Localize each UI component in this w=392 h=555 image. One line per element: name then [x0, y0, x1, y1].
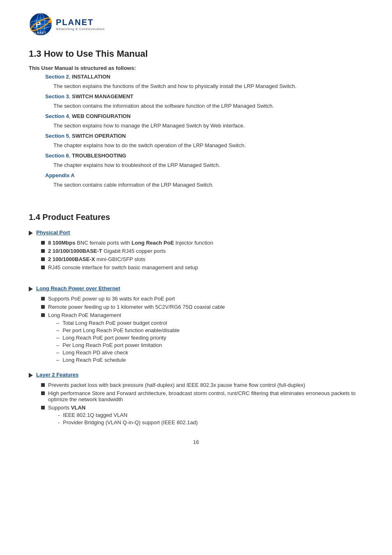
- section-4-link[interactable]: Section 4: [45, 113, 69, 119]
- dash-icon: -: [58, 412, 60, 418]
- vlan-block: Supports VLAN - IEEE 802.1Q tagged VLAN …: [48, 405, 198, 427]
- layer2-title[interactable]: Layer 2 Features: [36, 372, 78, 378]
- section-2-row: Section 2, INSTALLATION: [29, 74, 363, 80]
- vlan-item-2: Provider Bridging (VLAN Q-in-Q) support …: [63, 419, 198, 426]
- poe-mgmt-item-2: Per port Long Reach PoE function enable/…: [62, 327, 180, 333]
- list-item: – Long Reach PoE schedule: [56, 357, 180, 363]
- section-3-label: , SWITCH MANAGEMENT: [69, 93, 134, 99]
- square-bullet-icon: [41, 241, 45, 245]
- list-item: Remote power feeding up to 1 kilometer w…: [41, 304, 363, 310]
- dash-icon: –: [56, 357, 59, 363]
- list-item: - Provider Bridging (VLAN Q-in-Q) suppor…: [58, 419, 198, 426]
- logo-text: PLANET Networking & Communication: [56, 18, 104, 31]
- feature-long-reach-poe: Long Reach Power over Ethernet Supports …: [29, 285, 363, 364]
- section-2-link[interactable]: Section 2: [45, 74, 69, 80]
- section-3-link[interactable]: Section 3: [45, 93, 69, 99]
- physical-port-list: 8 100Mbps BNC female ports with Long Rea…: [29, 240, 363, 271]
- section-1-4: 1.4 Product Features Physical Port 8 100…: [29, 213, 363, 427]
- section-5-desc: The chapter explains how to do the switc…: [29, 142, 363, 148]
- dash-icon: –: [56, 342, 59, 348]
- list-item: Supports PoE power up to 36 watts for ea…: [41, 296, 363, 302]
- feature-layer2: Layer 2 Features Prevents packet loss wi…: [29, 372, 363, 427]
- section-2-label: , INSTALLATION: [69, 74, 111, 80]
- list-item: RJ45 console interface for switch basic …: [41, 264, 363, 271]
- physical-port-title[interactable]: Physical Port: [36, 229, 70, 236]
- feature-long-reach-poe-header: Long Reach Power over Ethernet: [29, 285, 363, 291]
- poe-mgmt-item-6: Long Reach PoE schedule: [62, 357, 126, 363]
- dash-icon: –: [56, 335, 59, 341]
- appendix-a-row: Appendix A: [29, 172, 363, 178]
- poe-management-sub-list: – Total Long Reach PoE power budget cont…: [48, 320, 180, 363]
- planet-logo-icon: P PLANET: [29, 12, 53, 36]
- list-item: – Long Reach PoE port power feeding prio…: [56, 335, 180, 341]
- poe-mgmt-item-4: Per Long Reach PoE port power limitation: [62, 342, 162, 348]
- list-item: Prevents packet loss with back pressure …: [41, 382, 363, 388]
- page-number: 16: [29, 439, 363, 445]
- vlan-item-1: IEEE 802.1Q tagged VLAN: [63, 412, 127, 418]
- layer2-item-2: High performance Store and Forward archi…: [48, 390, 363, 402]
- svg-point-8: [48, 20, 52, 23]
- section-6-row: Section 6, TROUBLESHOOTING: [29, 153, 363, 159]
- long-reach-poe-title[interactable]: Long Reach Power over Ethernet: [36, 285, 120, 291]
- poe-management-block: Long Reach PoE Management – Total Long R…: [48, 312, 180, 364]
- square-bullet-icon: [41, 406, 45, 409]
- section-1-3-intro: This User Manual is structured as follow…: [29, 65, 363, 71]
- section-5-label: , SWITCH OPERATION: [69, 133, 126, 139]
- dash-icon: –: [56, 320, 59, 326]
- physical-port-item-1: 8 100Mbps BNC female ports with Long Rea…: [48, 240, 213, 246]
- physical-port-item-4: RJ45 console interface for switch basic …: [48, 264, 198, 271]
- section-4-row: Section 4, WEB CONFIGURATION: [29, 113, 363, 119]
- layer2-item-1: Prevents packet loss with back pressure …: [48, 382, 305, 388]
- appendix-a-link[interactable]: Appendix A: [45, 172, 75, 178]
- list-item: - IEEE 802.1Q tagged VLAN: [58, 412, 198, 418]
- dash-icon: –: [56, 327, 59, 333]
- section-3-desc: The section contains the information abo…: [29, 103, 363, 109]
- square-bullet-icon: [41, 383, 45, 387]
- poe-item-2: Remote power feeding up to 1 kilometer w…: [48, 304, 225, 310]
- section-6-desc: The chapter explains how to troubleshoot…: [29, 162, 363, 168]
- section-1-3-title: 1.3 How to Use This Manual: [29, 49, 363, 59]
- section-3-row: Section 3, SWITCH MANAGEMENT: [29, 93, 363, 99]
- list-item: High performance Store and Forward archi…: [41, 390, 363, 402]
- logo-container: P PLANET PLANET Networking & Communicati…: [29, 12, 104, 36]
- dash-icon: –: [56, 349, 59, 356]
- square-bullet-icon: [41, 313, 45, 317]
- page: P PLANET PLANET Networking & Communicati…: [0, 0, 392, 555]
- triangle-icon: [29, 373, 33, 378]
- list-item: – Long Reach PD alive check: [56, 349, 180, 356]
- dash-icon: -: [58, 419, 60, 426]
- list-item: Long Reach PoE Management – Total Long R…: [41, 312, 363, 364]
- feature-physical-port-header: Physical Port: [29, 229, 363, 236]
- poe-management-label: Long Reach PoE Management: [48, 312, 121, 318]
- physical-port-item-3: 2 100/1000BASE-X mini-GBIC/SFP slots: [48, 256, 145, 262]
- list-item: – Per Long Reach PoE port power limitati…: [56, 342, 180, 348]
- section-5-link[interactable]: Section 5: [45, 133, 69, 139]
- poe-item-1: Supports PoE power up to 36 watts for ea…: [48, 296, 175, 302]
- feature-physical-port: Physical Port 8 100Mbps BNC female ports…: [29, 229, 363, 271]
- section-6-label: , TROUBLESHOOTING: [69, 153, 126, 159]
- square-bullet-icon: [41, 391, 45, 395]
- poe-mgmt-item-1: Total Long Reach PoE power budget contro…: [62, 320, 167, 326]
- list-item: 8 100Mbps BNC female ports with Long Rea…: [41, 240, 363, 246]
- header: P PLANET PLANET Networking & Communicati…: [29, 12, 363, 36]
- poe-mgmt-item-5: Long Reach PD alive check: [62, 349, 128, 356]
- list-item: – Per port Long Reach PoE function enabl…: [56, 327, 180, 333]
- list-item: 2 10/100/1000BASE-T Gigabit RJ45 copper …: [41, 248, 363, 254]
- list-item: 2 100/1000BASE-X mini-GBIC/SFP slots: [41, 256, 363, 262]
- square-bullet-icon: [41, 266, 45, 269]
- physical-port-item-2: 2 10/100/1000BASE-T Gigabit RJ45 copper …: [48, 248, 166, 254]
- section-1-4-title: 1.4 Product Features: [29, 213, 363, 222]
- section-1-3: 1.3 How to Use This Manual This User Man…: [29, 49, 363, 188]
- feature-layer2-header: Layer 2 Features: [29, 372, 363, 378]
- square-bullet-icon: [41, 249, 45, 253]
- square-bullet-icon: [41, 305, 45, 309]
- section-6-link[interactable]: Section 6: [45, 153, 69, 159]
- section-4-label: , WEB CONFIGURATION: [69, 113, 131, 119]
- square-bullet-icon: [41, 257, 45, 261]
- list-item: Supports VLAN - IEEE 802.1Q tagged VLAN …: [41, 405, 363, 427]
- section-5-row: Section 5, SWITCH OPERATION: [29, 133, 363, 139]
- poe-mgmt-item-3: Long Reach PoE port power feeding priori…: [62, 335, 166, 341]
- section-2-desc: The section explains the functions of th…: [29, 83, 363, 89]
- square-bullet-icon: [41, 297, 45, 301]
- svg-text:PLANET: PLANET: [32, 31, 46, 34]
